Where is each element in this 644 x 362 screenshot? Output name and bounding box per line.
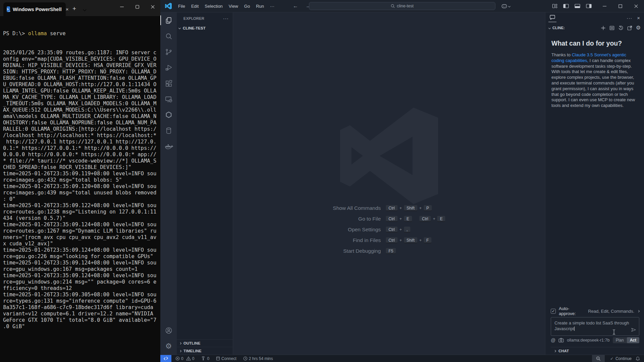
terminal-close-button[interactable] — [145, 0, 160, 13]
menu-file[interactable]: File — [175, 2, 188, 10]
nav-back-icon[interactable]: ← — [293, 3, 298, 9]
explorer-actions-icon[interactable]: ··· — [223, 16, 229, 21]
toggle-sidebar-left-icon[interactable] — [563, 3, 569, 9]
cline-chat-input[interactable]: Create a simple todo list SaaS through J… — [551, 317, 639, 336]
panel-more-icon[interactable]: ··· — [627, 15, 632, 21]
toggle-panel-icon[interactable] — [575, 3, 580, 9]
cline-settings-icon[interactable]: ⚙ — [636, 25, 641, 31]
shortcut-label: Show All Commands — [333, 205, 381, 211]
check-icon: ✓ — [610, 356, 613, 361]
history-icon[interactable] — [618, 25, 624, 31]
menu-edit[interactable]: Edit — [188, 2, 202, 10]
ports-indicator[interactable]: 0 — [199, 355, 211, 362]
chevron-right-icon — [554, 350, 556, 352]
window-close-button[interactable] — [628, 0, 644, 12]
screen: >_ Windows PowerShell × + PS D:\> ollama… — [0, 0, 644, 362]
plan-act-toggle: Plan Act — [613, 337, 639, 343]
terminal-line: time=2025-01-26T23:35:09.124+08:00 level… — [3, 260, 160, 266]
error-icon — [175, 356, 180, 361]
menu-go[interactable]: Go — [241, 2, 253, 10]
mouse-cursor-ibeam — [612, 329, 615, 335]
terminal-line: rce=gpu_windows.go:167 msg=packages coun… — [3, 266, 160, 273]
cline-tab[interactable] — [549, 14, 555, 21]
activitybar-run-debug[interactable] — [160, 60, 177, 75]
search-value: cline-test — [397, 4, 414, 8]
editor-area[interactable]: Show All CommandsCtrl+Shift+PGo to FileC… — [233, 12, 545, 355]
remote-indicator[interactable] — [160, 355, 171, 362]
activitybar-explorer[interactable] — [160, 12, 177, 28]
terminal-line: .0 GiB" — [3, 323, 160, 330]
menu-selection[interactable]: Selection — [202, 2, 225, 10]
chevron-right-icon — [179, 350, 181, 352]
new-task-icon[interactable] — [601, 25, 606, 31]
menu-run[interactable]: Run — [253, 2, 267, 10]
bell-icon — [636, 356, 640, 361]
auto-approve-checkbox[interactable]: ✓ — [551, 309, 556, 314]
window-minimize-button[interactable] — [597, 0, 612, 12]
terminal-line: rce=images.go:432 msg="total blobs: 5" — [3, 177, 160, 183]
customize-layout-icon[interactable] — [552, 3, 557, 9]
explorer-folder-cline-test[interactable]: CLINE-TEST — [177, 24, 233, 32]
model-selector[interactable]: ollama:deepseek-r1:7b — [567, 338, 609, 343]
terminal-line: fficiency=0 threads=12 — [3, 285, 160, 292]
terminal-line: 0.0.0.0 http://0.0.0.0:* https://0.0.0.0… — [3, 152, 160, 158]
explorer-sidebar: EXPLORER ··· CLINE-TEST OUTLINE TIMELINE — [177, 12, 233, 355]
panel-close-icon[interactable]: × — [637, 15, 640, 21]
vscode-window: FileEditSelectionViewGoRun··· ← → cline-… — [160, 0, 644, 362]
activitybar-source-control[interactable] — [160, 44, 177, 60]
activitybar-settings[interactable]: ⚙ — [160, 338, 177, 354]
terminal-line: time=2025-01-26T23:35:09.122+08:00 level… — [3, 202, 160, 209]
terminal-line: MA_KV_CACHE_TYPE: OLLAMA_LLM_LIBRARY: OL… — [3, 94, 160, 101]
chevron-down-icon[interactable] — [548, 26, 551, 29]
timeline-section[interactable]: TIMELINE — [177, 347, 233, 355]
connect-item[interactable]: Connect — [214, 355, 238, 362]
outline-section[interactable]: OUTLINE — [177, 339, 233, 347]
terminal-new-tab-button[interactable]: + — [72, 5, 76, 12]
terminal-tab[interactable]: >_ Windows PowerShell × — [3, 2, 66, 16]
terminal-line: http://127.0.0.1 https://127.0.0.1 http:… — [3, 139, 160, 145]
context-mention-icon[interactable]: @ — [551, 338, 555, 343]
copilot-menu[interactable] — [501, 4, 510, 9]
explorer-empty-area[interactable] — [177, 32, 233, 339]
window-maximize-button[interactable] — [612, 0, 628, 12]
activitybar-docker[interactable] — [160, 138, 177, 154]
session-time-item[interactable]: 2 hrs 54 mins — [241, 355, 275, 362]
command-center-search[interactable]: cline-test — [309, 2, 495, 10]
kbd-key: E — [404, 216, 412, 222]
cline-heading: What can I do for you? — [551, 40, 639, 47]
cline-input-area: ✓ Auto-approve: Read, Edit, Commands... … — [545, 307, 644, 355]
zoom-out-button[interactable] — [592, 355, 605, 362]
terminal-line: time=2025-01-26T23:35:09.120+08:00 level… — [3, 183, 160, 190]
activitybar-cline[interactable] — [160, 107, 177, 123]
continue-button[interactable]: ✓ Continue — [608, 355, 634, 362]
notifications-bell[interactable] — [634, 355, 644, 362]
chat-section-header[interactable]: CHAT — [551, 347, 639, 355]
auto-approve-bar[interactable]: ✓ Auto-approve: Read, Edit, Commands... — [551, 307, 639, 315]
terminal-tab-close-icon[interactable]: × — [64, 6, 70, 12]
panel-tab-bar: ··· × — [545, 12, 644, 23]
activitybar-remote-explorer[interactable] — [160, 91, 177, 107]
activitybar-search[interactable] — [160, 28, 177, 44]
menu-view[interactable]: View — [226, 2, 241, 10]
open-in-editor-icon[interactable] — [627, 25, 632, 31]
plan-button[interactable]: Plan — [613, 337, 627, 343]
kbd-key: Shift — [404, 237, 417, 243]
terminal-line: variant=v12 compute=6.1 driver=12.2 name… — [3, 311, 160, 317]
terminal-line: 0.1:* https://127.0.0.1:* http://0.0.0.0… — [3, 145, 160, 152]
camera-icon[interactable] — [558, 338, 564, 343]
activitybar-database[interactable] — [160, 123, 177, 138]
send-icon[interactable] — [631, 327, 636, 332]
terminal-output[interactable]: PS D:\> ollama serve 2025/01/26 23:35:09… — [0, 16, 160, 362]
menu-more[interactable]: ··· — [267, 2, 277, 10]
terminal-line: rce=gpu.go:226 msg="looking for compatib… — [3, 253, 160, 260]
toggle-sidebar-right-icon[interactable] — [586, 3, 592, 9]
terminal-minimize-button[interactable] — [114, 0, 129, 13]
problems-indicator[interactable]: 0 0 — [173, 355, 196, 362]
activitybar-extensions[interactable] — [160, 75, 177, 91]
text-caret — [574, 326, 575, 331]
terminal-maximize-button[interactable] — [129, 0, 145, 13]
mcp-servers-icon[interactable] — [609, 25, 614, 31]
activitybar-accounts[interactable] — [160, 322, 177, 338]
terminal-dropdown-icon[interactable] — [83, 8, 87, 11]
act-button[interactable]: Act — [627, 337, 639, 343]
